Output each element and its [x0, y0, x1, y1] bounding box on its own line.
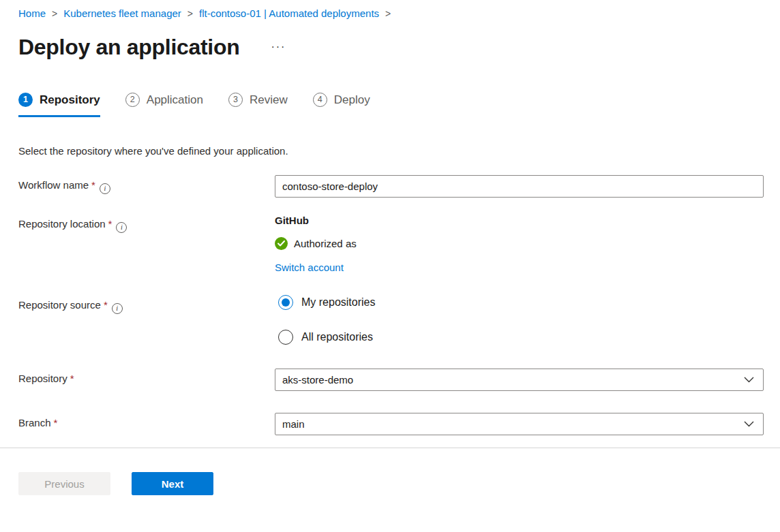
label-text: Repository source: [18, 299, 101, 311]
tab-label: Repository: [40, 93, 100, 107]
repository-row: Repository* aks-store-demo: [18, 369, 764, 391]
branch-label: Branch*: [18, 413, 275, 428]
workflow-name-row: Workflow name*i: [18, 175, 764, 198]
breadcrumb-separator-icon: >: [52, 8, 57, 19]
repository-field: aks-store-demo: [275, 369, 764, 391]
step-number-badge: 1: [18, 93, 33, 107]
breadcrumb-fleet-manager[interactable]: Kubernetes fleet manager: [63, 7, 181, 19]
info-icon[interactable]: i: [116, 222, 127, 233]
radio-all-repositories[interactable]: All repositories: [278, 330, 764, 345]
radio-selected-icon: [278, 295, 293, 310]
info-icon[interactable]: i: [112, 303, 123, 314]
chevron-down-icon: [744, 421, 754, 427]
previous-button[interactable]: Previous: [18, 472, 110, 495]
deploy-application-page: Home>Kubernetes fleet manager>flt-contos…: [0, 0, 780, 435]
required-asterisk: *: [104, 299, 108, 311]
label-text: Repository: [18, 373, 68, 384]
success-check-icon: [275, 237, 288, 250]
breadcrumb: Home>Kubernetes fleet manager>flt-contos…: [18, 7, 764, 20]
workflow-name-field: [275, 175, 764, 198]
tab-label: Deploy: [334, 93, 370, 107]
radio-unselected-icon: [278, 330, 293, 345]
page-title: Deploy an application: [18, 33, 239, 61]
label-text: Workflow name: [18, 179, 89, 191]
authorized-status: Authorized as: [275, 237, 764, 250]
next-button[interactable]: Next: [132, 472, 213, 495]
repository-source-label: Repository source*i: [18, 295, 275, 314]
switch-account-link[interactable]: Switch account: [275, 262, 344, 273]
label-text: Branch: [18, 417, 51, 428]
wizard-tabs: 1 Repository 2 Application 3 Review 4 De…: [18, 93, 764, 117]
dropdown-value: aks-store-demo: [282, 374, 353, 386]
repository-location-label: Repository location*i: [18, 214, 275, 233]
provider-name: GitHub: [275, 214, 764, 228]
repository-location-field: GitHub Authorized as Switch account: [275, 214, 764, 274]
tab-review[interactable]: 3 Review: [228, 93, 288, 117]
step-number-badge: 2: [125, 93, 140, 107]
branch-dropdown[interactable]: main: [275, 413, 764, 435]
repository-source-row: Repository source*i My repositories All …: [18, 295, 764, 345]
branch-field: main: [275, 413, 764, 435]
chevron-down-icon: [744, 377, 754, 383]
radio-my-repositories[interactable]: My repositories: [278, 295, 764, 310]
more-options-icon[interactable]: ···: [268, 40, 288, 54]
breadcrumb-separator-icon: >: [385, 8, 391, 19]
workflow-name-label: Workflow name*i: [18, 175, 275, 194]
branch-row: Branch* main: [18, 413, 764, 435]
breadcrumb-home[interactable]: Home: [18, 7, 46, 19]
radio-label: My repositories: [301, 296, 375, 309]
authorized-text: Authorized as: [294, 238, 357, 249]
tab-repository[interactable]: 1 Repository: [18, 93, 100, 117]
breadcrumb-automated-deployments[interactable]: flt-contoso-01 | Automated deployments: [199, 7, 379, 19]
label-text: Repository location: [18, 218, 106, 230]
dropdown-value: main: [282, 418, 305, 430]
required-asterisk: *: [70, 373, 74, 384]
tab-label: Review: [250, 93, 288, 107]
step-number-badge: 4: [313, 93, 327, 107]
footer-actions: Previous Next: [0, 448, 780, 495]
tab-application[interactable]: 2 Application: [125, 93, 203, 117]
required-asterisk: *: [91, 179, 95, 191]
breadcrumb-separator-icon: >: [188, 8, 193, 19]
step-number-badge: 3: [228, 93, 243, 107]
required-asterisk: *: [108, 218, 112, 230]
repository-label: Repository*: [18, 369, 275, 384]
radio-label: All repositories: [301, 331, 373, 343]
tab-label: Application: [147, 93, 203, 107]
tab-deploy[interactable]: 4 Deploy: [313, 93, 370, 117]
step-description: Select the repository where you've defin…: [18, 145, 764, 157]
title-row: Deploy an application ···: [18, 33, 764, 61]
repository-source-field: My repositories All repositories: [275, 295, 764, 345]
info-icon[interactable]: i: [100, 183, 110, 194]
workflow-name-input[interactable]: [275, 175, 764, 198]
repository-location-row: Repository location*i GitHub Authorized …: [18, 214, 764, 274]
repository-dropdown[interactable]: aks-store-demo: [275, 369, 764, 391]
required-asterisk: *: [54, 417, 58, 428]
